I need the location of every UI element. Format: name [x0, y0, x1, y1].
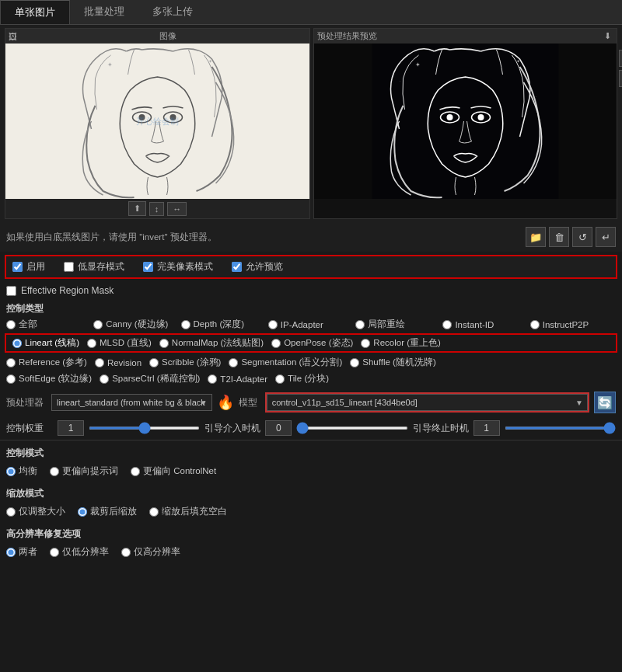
radio-canny[interactable]: Canny (硬边缘): [93, 319, 179, 330]
radio-openpose[interactable]: OpenPose (姿态): [271, 337, 353, 349]
low-memory-checkbox-item[interactable]: 低显存模式: [64, 260, 124, 273]
enable-checkbox[interactable]: [12, 262, 23, 272]
perfect-pixel-checkbox-item[interactable]: 完美像素模式: [143, 260, 213, 273]
radio-lineart[interactable]: Lineart (线稿): [12, 337, 79, 349]
radio-all[interactable]: 全部: [6, 319, 92, 330]
allow-preview-label: 允许预览: [246, 260, 283, 273]
mode-controlnet[interactable]: 更偏向 ControlNet: [131, 465, 216, 477]
download-btn[interactable]: ⬇: [602, 30, 613, 42]
svg-point-3: [139, 114, 145, 120]
allow-preview-checkbox[interactable]: [232, 262, 242, 272]
top-tabs: 单张图片 批量处理 多张上传: [0, 0, 622, 25]
perfect-pixel-checkbox[interactable]: [143, 262, 153, 272]
radio-segmentation[interactable]: Segmentation (语义分割): [229, 357, 342, 368]
control-type-heading: 控制类型: [0, 299, 622, 317]
tab-multi-upload[interactable]: 多张上传: [138, 0, 207, 24]
right-panel-group: 预处理结果预览 ⬇: [313, 28, 617, 219]
effective-region-row: Effective Region Mask: [0, 282, 622, 299]
svg-point-12: [478, 114, 484, 120]
left-image-content[interactable]: ✦ ✦ · 开心绘会制: [5, 44, 309, 199]
hr-low-res[interactable]: 仅低分辨率: [50, 546, 109, 558]
dark-sketch-image: ✦ ✦ · ·: [314, 44, 617, 199]
hr-high-res[interactable]: 仅高分辨率: [121, 546, 180, 558]
scale-mode-row: 仅调整大小 裁剪后缩放 缩放后填充空白: [6, 503, 616, 521]
info-text: 如果使用白底黑线图片，请使用 "invert" 预处理器。: [6, 232, 526, 243]
radio-mlsd[interactable]: MLSD (直线): [87, 337, 152, 349]
weight-label: 控制权重: [6, 422, 53, 435]
upload-controls: ⬆ ↕ ↔: [5, 199, 309, 218]
radio-depth[interactable]: Depth (深度): [181, 319, 267, 330]
hr-fix-row: 两者 仅低分辨率 仅高分辨率: [6, 543, 616, 561]
refresh-icon-btn[interactable]: ↺: [572, 227, 592, 247]
scale-crop-resize[interactable]: 裁剪后缩放: [78, 506, 137, 517]
start-time-slider[interactable]: [296, 427, 407, 430]
folder-icon-btn[interactable]: 📁: [526, 227, 546, 247]
radio-softedge[interactable]: SoftEdge (软边缘): [6, 373, 92, 385]
tab-single-image[interactable]: 单张图片: [0, 0, 70, 24]
flip-v-btn[interactable]: ↕: [149, 202, 165, 216]
radio-instantid[interactable]: Instant-ID: [442, 319, 528, 330]
right-panel-label: 预处理结果预览: [317, 30, 599, 42]
weight-row: 控制权重 1 引导介入时机 0 引导终止时机 1: [0, 418, 622, 438]
svg-text:·: ·: [536, 94, 536, 99]
radio-scribble[interactable]: Scribble (涂鸦): [149, 357, 221, 368]
model-select[interactable]: control_v11p_sd15_lineart [43d4be0d]: [267, 394, 588, 411]
model-label: 模型: [239, 396, 260, 409]
trash-icon-btn[interactable]: 🗑: [549, 227, 569, 247]
control-mode-row: 均衡 更偏向提示词 更偏向 ControlNet: [6, 462, 616, 480]
model-select-wrap: control_v11p_sd15_lineart [43d4be0d] ▼: [265, 392, 589, 413]
tab-batch[interactable]: 批量处理: [70, 0, 138, 24]
radio-sparsectrl[interactable]: SparseCtrl (稀疏控制): [100, 373, 200, 385]
mode-prompt[interactable]: 更偏向提示词: [50, 465, 118, 477]
svg-point-4: [170, 114, 176, 120]
radio-revision[interactable]: Revision: [95, 358, 142, 367]
info-row: 如果使用白底黑线图片，请使用 "invert" 预处理器。 📁 🗑 ↺ ↵: [0, 222, 622, 252]
start-time-value: 0: [265, 420, 292, 436]
enter-icon-btn[interactable]: ↵: [596, 227, 616, 247]
upload-btn[interactable]: ⬆: [128, 201, 146, 216]
control-type-row2-active: Lineart (线稿) MLSD (直线) NormalMap (法线贴图) …: [5, 333, 617, 353]
radio-normalmap[interactable]: NormalMap (法线贴图): [159, 337, 264, 349]
right-image-panel: 预处理结果预览 ⬇: [313, 28, 617, 219]
end-time-label: 引导终止时机: [413, 422, 469, 435]
close-button[interactable]: 关闭: [619, 70, 622, 87]
radio-recolor[interactable]: Recolor (重上色): [361, 337, 440, 349]
hr-fix-section: 高分辨率修复选项 两者 仅低分辨率 仅高分辨率: [0, 523, 622, 563]
mode-balanced[interactable]: 均衡: [6, 465, 37, 477]
radio-tile[interactable]: Tile (分块): [275, 373, 329, 385]
sketch-image: ✦ ✦ ·: [5, 44, 309, 199]
scale-resize-only[interactable]: 仅调整大小: [6, 506, 65, 517]
control-type-row1: 全部 Canny (硬边缘) Depth (深度) IP-Adapter 局部重…: [0, 317, 622, 332]
radio-instructp2p[interactable]: InstructP2P: [530, 319, 616, 330]
radio-t2i[interactable]: T2I-Adapter: [208, 374, 267, 384]
enable-checkbox-item[interactable]: 启用: [12, 260, 45, 273]
divider-1: [0, 440, 622, 440]
scale-fill-white[interactable]: 缩放后填充空白: [149, 506, 227, 517]
low-memory-checkbox[interactable]: [64, 262, 74, 272]
start-time-label: 引导介入时机: [204, 422, 260, 435]
preprocessor-label: 预处理器: [6, 396, 47, 409]
right-panel-header: 预处理结果预览 ⬇: [314, 29, 617, 44]
low-memory-label: 低显存模式: [78, 260, 124, 273]
right-image-content[interactable]: ✦ ✦ · ·: [314, 44, 617, 199]
radio-ipadapter[interactable]: IP-Adapter: [268, 319, 354, 330]
end-time-slider[interactable]: [505, 427, 616, 430]
allow-preview-checkbox-item[interactable]: 允许预览: [232, 260, 283, 273]
fire-icon: 🔥: [217, 394, 234, 411]
left-image-panel: 🖼 图像: [5, 28, 310, 219]
hr-both[interactable]: 两者: [6, 546, 37, 558]
left-panel-header: 🖼 图像: [5, 29, 309, 44]
svg-point-11: [447, 114, 453, 120]
preprocessor-select[interactable]: lineart_standard (from white bg & black …: [51, 394, 212, 411]
radio-shuffle[interactable]: Shuffle (随机洗牌): [350, 357, 435, 368]
preproc-model-row: 预处理器 lineart_standard (from white bg & b…: [0, 387, 622, 418]
left-panel-icon: 🖼: [9, 32, 156, 41]
radio-reference[interactable]: Reference (参考): [6, 357, 87, 368]
edit-button[interactable]: 编辑: [619, 50, 622, 67]
weight-slider[interactable]: [89, 427, 200, 430]
effective-region-checkbox[interactable]: [6, 286, 16, 296]
scale-mode-section: 缩放模式 仅调整大小 裁剪后缩放 缩放后填充空白: [0, 482, 622, 523]
flip-h-btn[interactable]: ↔: [167, 202, 187, 216]
refresh-model-btn[interactable]: 🔄: [594, 392, 616, 413]
radio-inpaint[interactable]: 局部重绘: [355, 319, 441, 330]
